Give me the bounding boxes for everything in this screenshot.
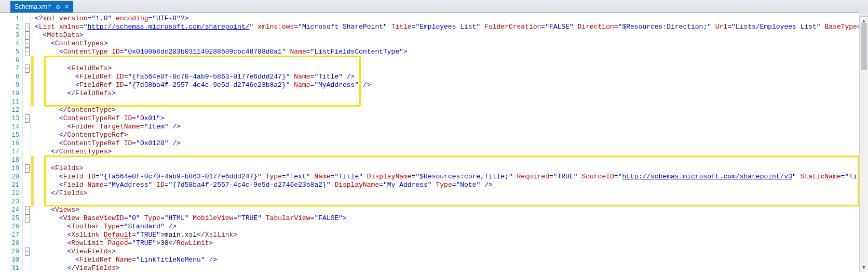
fold-cell: [23, 73, 31, 81]
fold-cell: [23, 189, 31, 198]
fold-cell[interactable]: −: [23, 31, 31, 40]
code-line[interactable]: <RowLimit Paged="TRUE">30</RowLimit>: [34, 239, 868, 248]
code-line[interactable]: <ContentType ID="0x0100b8dc203b031140288…: [34, 48, 868, 56]
fold-collapse-icon[interactable]: −: [25, 48, 30, 56]
code-line[interactable]: <XslLink Default="TRUE">main.xsl</XslLin…: [34, 231, 868, 239]
fold-cell[interactable]: −: [23, 164, 31, 173]
fold-cell[interactable]: −: [23, 248, 31, 256]
code-area[interactable]: <?xml version="1.0" encoding="UTF-8"?><L…: [34, 13, 868, 272]
fold-cell[interactable]: −: [23, 40, 31, 48]
fold-collapse-icon[interactable]: −: [25, 114, 30, 123]
fold-cell: [23, 239, 31, 248]
code-line[interactable]: <ViewFields>: [34, 248, 868, 256]
fold-cell[interactable]: −: [23, 64, 31, 73]
line-number: 6: [0, 56, 22, 64]
code-line[interactable]: <ContentTypeRef ID="0x01">: [34, 114, 868, 123]
fold-cell[interactable]: −: [23, 206, 31, 214]
line-number: 7: [0, 64, 22, 73]
fold-cell: [23, 198, 31, 206]
code-line[interactable]: </Fields>: [34, 189, 868, 198]
code-line[interactable]: <Views>: [34, 206, 868, 214]
fold-collapse-icon[interactable]: −: [25, 164, 30, 173]
code-line[interactable]: <MetaData>: [34, 31, 868, 40]
fold-column[interactable]: −−−−−−−−−−: [23, 13, 31, 272]
line-number: 29: [0, 248, 22, 256]
line-number: 2: [0, 23, 22, 31]
fold-cell[interactable]: −: [23, 214, 31, 223]
line-number: 11: [0, 98, 22, 106]
fold-cell[interactable]: −: [23, 48, 31, 56]
code-line[interactable]: <Fields>: [34, 164, 868, 173]
fold-collapse-icon[interactable]: −: [25, 64, 30, 73]
code-line[interactable]: <FieldRef Name="LinkTitleNoMenu" />: [34, 256, 868, 264]
fold-cell: [23, 15, 31, 23]
line-number: 1: [0, 15, 22, 23]
code-line[interactable]: [34, 56, 868, 64]
fold-collapse-icon[interactable]: −: [25, 23, 30, 31]
code-line[interactable]: <FieldRefs>: [34, 64, 868, 73]
fold-cell: [23, 223, 31, 231]
fold-cell: [23, 181, 31, 189]
code-line[interactable]: <FieldRef ID="{7d58ba4f-2557-4c4c-9e5d-d…: [34, 81, 868, 89]
code-line[interactable]: </ViewFields>: [34, 264, 868, 272]
code-line[interactable]: [34, 156, 868, 164]
code-line[interactable]: </ContentTypes>: [34, 148, 868, 156]
scroll-down-button[interactable]: ▼: [860, 263, 868, 272]
line-number: 19: [0, 164, 22, 173]
fold-cell: [23, 106, 31, 114]
code-line[interactable]: <Folder TargetName="Item" />: [34, 123, 868, 131]
fold-cell: [23, 98, 31, 106]
code-line[interactable]: <FieldRef ID="{fa564e0f-0c70-4ab9-b863-0…: [34, 73, 868, 81]
fold-cell: [23, 131, 31, 139]
line-number: 14: [0, 123, 22, 131]
fold-collapse-icon[interactable]: −: [25, 206, 30, 214]
splitter-handle[interactable]: [859, 12, 868, 17]
vertical-scrollbar[interactable]: ▲ ▼: [859, 12, 868, 272]
code-line[interactable]: </FieldRefs>: [34, 89, 868, 98]
file-tab[interactable]: Schema.xml* ⊕ ✕: [10, 1, 73, 12]
line-number: 30: [0, 256, 22, 264]
fold-cell: [23, 148, 31, 156]
code-line[interactable]: [34, 98, 868, 106]
code-line[interactable]: <View BaseViewID="0" Type="HTML" MobileV…: [34, 214, 868, 223]
scroll-thumb[interactable]: [861, 23, 867, 70]
fold-cell: [23, 231, 31, 239]
fold-cell: [23, 56, 31, 64]
code-line[interactable]: <List xmlns="http://schemas.microsoft.co…: [34, 23, 868, 31]
line-number: 21: [0, 181, 22, 189]
code-line[interactable]: <Field ID="{fa564e0f-0c70-4ab9-b863-0177…: [34, 173, 868, 181]
code-line[interactable]: </ContentTypeRef>: [34, 131, 868, 139]
line-number: 26: [0, 223, 22, 231]
line-number: 17: [0, 148, 22, 156]
line-number: 4: [0, 40, 22, 48]
code-editor[interactable]: 1234567891011121314151617181920212223242…: [0, 12, 868, 272]
fold-collapse-icon[interactable]: −: [25, 214, 30, 223]
line-number: 9: [0, 81, 22, 89]
line-number: 10: [0, 89, 22, 98]
line-number: 12: [0, 106, 22, 114]
line-number: 24: [0, 206, 22, 214]
fold-cell[interactable]: −: [23, 114, 31, 123]
line-number: 28: [0, 239, 22, 248]
close-icon[interactable]: ✕: [64, 4, 69, 10]
code-line[interactable]: <ContentTypeRef ID="0x0120" />: [34, 139, 868, 148]
fold-collapse-icon[interactable]: −: [25, 40, 30, 48]
line-number: 3: [0, 31, 22, 40]
code-line[interactable]: <Toolbar Type="Standard" />: [34, 223, 868, 231]
fold-collapse-icon[interactable]: −: [25, 248, 30, 256]
line-number: 27: [0, 231, 22, 239]
pin-icon[interactable]: ⊕: [56, 4, 60, 10]
line-number: 22: [0, 189, 22, 198]
fold-collapse-icon[interactable]: −: [25, 31, 30, 40]
line-number: 13: [0, 114, 22, 123]
fold-cell: [23, 89, 31, 98]
code-line[interactable]: [34, 198, 868, 206]
code-line[interactable]: <?xml version="1.0" encoding="UTF-8"?>: [34, 15, 868, 23]
code-line[interactable]: <Field Name="MyAddress" ID="{7d58ba4f-25…: [34, 181, 868, 189]
code-line[interactable]: <ContentTypes>: [34, 40, 868, 48]
fold-cell[interactable]: −: [23, 23, 31, 31]
fold-cell: [23, 123, 31, 131]
code-line[interactable]: </ContentType>: [34, 106, 868, 114]
fold-cell: [23, 173, 31, 181]
line-number: 20: [0, 173, 22, 181]
